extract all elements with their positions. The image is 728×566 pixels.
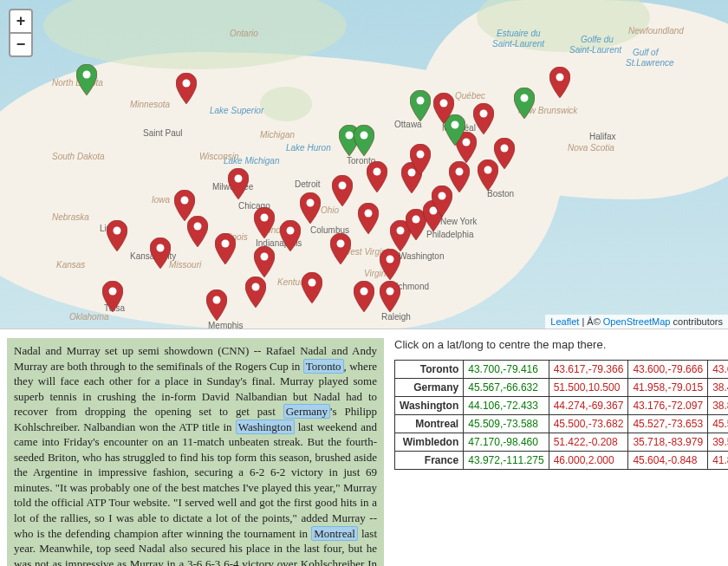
place-highlight-montreal[interactable]: Montreal	[311, 526, 358, 541]
coord-cell[interactable]: 46.000,2.000	[549, 452, 628, 470]
map-vegetation	[260, 87, 312, 121]
map-marker-icon[interactable]	[354, 281, 374, 312]
svg-point-7	[222, 240, 230, 248]
svg-point-25	[374, 168, 381, 176]
svg-point-6	[157, 244, 165, 252]
coord-cell[interactable]: 43.972,-111.275	[464, 452, 549, 470]
map-marker-icon[interactable]	[300, 192, 321, 224]
coordinates-panel: Click on a lat/long to centre the map th…	[394, 338, 728, 566]
map-marker-icon[interactable]	[514, 88, 535, 119]
zoom-out-button[interactable]: −	[9, 33, 33, 57]
map-marker-icon[interactable]	[245, 276, 266, 308]
coord-cell[interactable]: 43.600,-79.666	[628, 361, 708, 379]
coord-cell[interactable]: 45.509,-73.588	[464, 415, 549, 433]
map-marker-icon[interactable]	[473, 103, 494, 134]
map-label: Ohio	[321, 205, 339, 215]
svg-point-1	[183, 80, 191, 88]
map-marker-icon[interactable]	[330, 233, 351, 264]
coord-cell[interactable]: 43.617,-79.366	[549, 361, 628, 379]
coord-cell[interactable]: 39.509,-76.407	[708, 433, 728, 452]
coord-cell[interactable]: 41.958,-79.015	[628, 379, 708, 397]
map-marker-icon[interactable]	[380, 249, 400, 280]
coord-cell[interactable]: 47.170,-98.460	[464, 433, 549, 452]
svg-point-2	[235, 175, 243, 183]
map-marker-icon[interactable]	[206, 290, 227, 321]
map-marker-icon[interactable]	[354, 125, 374, 156]
place-name: Washington	[395, 397, 464, 415]
map-marker-icon[interactable]	[332, 175, 353, 206]
coord-cell[interactable]: 51.422,-0.208	[549, 433, 628, 452]
map-marker-icon[interactable]	[433, 93, 454, 124]
map-marker-icon[interactable]	[358, 203, 379, 234]
map-label: Memphis	[208, 321, 244, 329]
map-marker-icon[interactable]	[549, 67, 570, 98]
coord-cell[interactable]: 41.894,-8.763	[708, 452, 728, 470]
svg-point-27	[417, 151, 425, 159]
map[interactable]: + − North DakotaMinnesotaSouth DakotaWis…	[0, 0, 728, 329]
svg-point-38	[440, 100, 448, 107]
map-label: Lake Michigan	[224, 156, 279, 166]
map-marker-icon[interactable]	[380, 281, 400, 312]
map-marker-icon[interactable]	[254, 246, 275, 277]
coord-cell[interactable]: 38.462,-85.543	[708, 379, 728, 397]
map-label: Lake Huron	[286, 143, 331, 153]
coord-cell[interactable]: 43.697,-79.429	[708, 361, 728, 379]
svg-point-15	[307, 199, 315, 207]
place-highlight-washington[interactable]: Washington	[236, 420, 295, 434]
coord-cell[interactable]: 44.274,-69.367	[549, 397, 628, 415]
svg-point-10	[261, 214, 269, 222]
map-marker-icon[interactable]	[228, 168, 249, 199]
map-marker-icon[interactable]	[410, 90, 431, 121]
map-marker-icon[interactable]	[76, 64, 97, 95]
coord-cell[interactable]: 44.106,-72.433	[464, 397, 549, 415]
coord-cell[interactable]: 38.895,-77.036	[708, 397, 728, 415]
map-marker-icon[interactable]	[107, 220, 127, 251]
coord-cell[interactable]: 51.500,10.500	[549, 379, 628, 397]
zoom-in-button[interactable]: +	[9, 9, 33, 33]
coord-cell[interactable]: 45.505,-73.551	[708, 415, 728, 433]
map-label: Estuaire du	[497, 29, 541, 38]
map-label: Saint Paul	[143, 128, 183, 138]
instructions-text: Click on a lat/long to centre the map th…	[394, 338, 728, 351]
map-marker-icon[interactable]	[187, 216, 208, 247]
coord-cell[interactable]: 45.500,-73.682	[549, 415, 628, 433]
map-marker-icon[interactable]	[254, 207, 275, 238]
svg-point-14	[309, 279, 316, 287]
map-marker-icon[interactable]	[302, 272, 322, 303]
coord-cell[interactable]: 43.176,-72.097	[628, 397, 708, 415]
map-marker-icon[interactable]	[102, 281, 123, 312]
osm-link[interactable]: OpenStreetMap	[603, 316, 671, 327]
map-marker-icon[interactable]	[410, 144, 431, 175]
article-text: Nadal and Murray set up semi showdown (C…	[7, 338, 384, 566]
coord-cell[interactable]: 45.604,-0.848	[628, 452, 708, 470]
map-marker-icon[interactable]	[280, 220, 301, 251]
map-marker-icon[interactable]	[176, 73, 197, 104]
coord-cell[interactable]: 35.718,-83.979	[628, 433, 708, 452]
content-row: Nadal and Murray set up semi showdown (C…	[0, 329, 728, 566]
place-highlight-toronto[interactable]: Toronto	[303, 359, 344, 374]
place-name: France	[395, 452, 464, 470]
coord-cell[interactable]: 43.700,-79.416	[464, 361, 549, 379]
coord-cell[interactable]: 45.527,-73.653	[628, 415, 708, 433]
map-label: Newfoundland	[628, 26, 684, 36]
table-row: Wimbledon47.170,-98.46051.422,-0.20835.7…	[395, 433, 729, 452]
svg-point-5	[194, 223, 202, 231]
coord-cell[interactable]: 45.567,-66.632	[464, 379, 549, 397]
svg-point-21	[397, 227, 405, 235]
attribution-tail: contributors	[670, 316, 723, 327]
map-marker-icon[interactable]	[494, 138, 515, 169]
svg-point-40	[556, 74, 564, 81]
map-marker-icon[interactable]	[215, 233, 236, 264]
map-label: Ontario	[230, 29, 258, 38]
place-name: Toronto	[395, 361, 464, 379]
place-highlight-germany[interactable]: Germany	[283, 404, 330, 419]
map-label: Kansas	[56, 260, 85, 270]
attribution-sep: | Â©	[579, 316, 602, 327]
map-label: Halifax	[589, 132, 616, 141]
map-marker-icon[interactable]	[367, 161, 387, 192]
leaflet-link[interactable]: Leaflet	[550, 316, 579, 327]
map-marker-icon[interactable]	[449, 161, 470, 192]
svg-point-34	[346, 132, 354, 140]
place-name: Wimbledon	[395, 433, 464, 452]
map-marker-icon[interactable]	[150, 237, 171, 269]
